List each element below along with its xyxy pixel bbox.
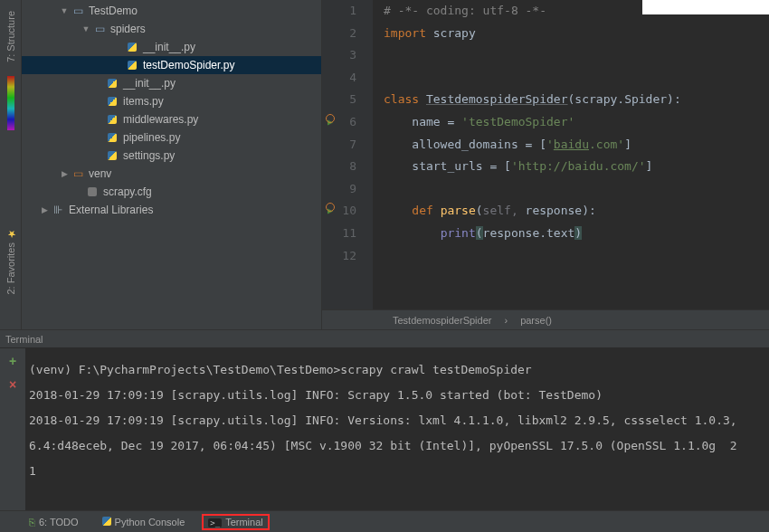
run-gutter-icon[interactable]: ▶	[328, 111, 333, 134]
tree-item-label: __init__.py	[123, 77, 176, 90]
line-number[interactable]: 9	[322, 178, 373, 201]
editor-code[interactable]: # -*- coding: utf-8 -*-import scrapyclas…	[373, 0, 769, 309]
editor-overlay	[642, 0, 769, 14]
tree-item-label: External Libraries	[69, 204, 153, 216]
tree-item-spiders[interactable]: ▼▭spiders	[22, 20, 321, 38]
tree-item-label: spiders	[110, 23, 146, 35]
terminal-side-toolbar: + ×	[0, 348, 25, 510]
line-number[interactable]: 4	[322, 67, 373, 90]
tree-item-__init__-py[interactable]: __init__.py	[22, 74, 321, 92]
tree-item-external-libraries[interactable]: ▶⊪External Libraries	[22, 201, 321, 219]
line-number[interactable]: 8	[322, 156, 373, 178]
tree-item-label: middlewares.py	[123, 113, 198, 126]
status-todo-label: 6: TODO	[39, 517, 79, 527]
status-todo[interactable]: 6: TODO	[24, 515, 84, 529]
status-python-console[interactable]: Python Console	[97, 515, 191, 529]
line-number[interactable]: 5	[322, 89, 373, 111]
code-line[interactable]: print(response.text)	[384, 223, 769, 245]
editor-gutter[interactable]: 12345▶6789▶101112	[322, 0, 373, 309]
terminal-output[interactable]: (venv) F:\PycharmProjects\TestDemo\TestD…	[25, 348, 769, 510]
run-gutter-icon[interactable]: ▶	[328, 200, 333, 223]
line-number[interactable]: ▶10	[322, 200, 373, 223]
tree-item-pipelines-py[interactable]: pipelines.py	[22, 128, 321, 147]
breadcrumb-class[interactable]: TestdemospiderSpider	[393, 315, 491, 326]
tree-item-label: __init__.py	[143, 41, 195, 53]
terminal-panel: Terminal + × (venv) F:\PycharmProjects\T…	[0, 329, 769, 510]
breadcrumb-method[interactable]: parse()	[520, 315, 552, 326]
todo-icon	[29, 517, 35, 527]
terminal-tab-label[interactable]: Terminal	[0, 330, 769, 348]
python-icon	[102, 517, 111, 527]
line-number[interactable]: 7	[322, 134, 373, 157]
status-terminal-label: Terminal	[225, 517, 263, 527]
expand-arrow-icon[interactable]: ▶	[38, 205, 51, 214]
terminal-close-button[interactable]: ×	[9, 377, 16, 392]
tree-item-label: venv	[89, 167, 111, 180]
code-line[interactable]: allowed_domains = ['baidu.com']	[384, 134, 769, 157]
tree-item-scrapy-cfg[interactable]: scrapy.cfg	[22, 183, 321, 201]
terminal-icon	[208, 517, 222, 527]
tree-item-label: items.py	[123, 95, 164, 108]
tree-item-items-py[interactable]: items.py	[22, 92, 321, 110]
tree-item-label: TestDemo	[89, 5, 138, 17]
terminal-new-session-button[interactable]: +	[9, 354, 16, 368]
expand-arrow-icon[interactable]: ▶	[58, 169, 71, 178]
tree-item-label: settings.py	[123, 149, 175, 162]
tree-item-middlewares-py[interactable]: middlewares.py	[22, 110, 321, 128]
tree-item-__init__-py[interactable]: __init__.py	[22, 38, 321, 56]
favorites-tool[interactable]: 2: Favorites	[3, 221, 18, 302]
line-number[interactable]: 11	[322, 223, 373, 245]
tree-item-label: pipelines.py	[123, 131, 180, 144]
code-line[interactable]: start_urls = ['http://baidu.com/']	[384, 156, 769, 178]
tree-item-settings-py[interactable]: settings.py	[22, 147, 321, 165]
line-number[interactable]: 12	[322, 245, 373, 268]
tree-item-testdemospider-py[interactable]: testDemoSpider.py	[22, 56, 321, 74]
code-line[interactable]: class TestdemospiderSpider(scrapy.Spider…	[384, 89, 769, 111]
left-tool-rail: 7: Structure 2: Favorites	[0, 0, 22, 329]
code-line[interactable]: def parse(self, response):	[384, 200, 769, 223]
code-line[interactable]	[384, 67, 769, 90]
project-tree-panel: ▼▭TestDemo▼▭spiders__init__.pytestDemoSp…	[22, 0, 322, 329]
tree-item-testdemo[interactable]: ▼▭TestDemo	[22, 2, 321, 20]
code-line[interactable]: import scrapy	[384, 23, 769, 45]
project-tree[interactable]: ▼▭TestDemo▼▭spiders__init__.pytestDemoSp…	[22, 0, 321, 329]
status-terminal[interactable]: Terminal	[203, 515, 268, 529]
line-number[interactable]: 3	[322, 44, 373, 67]
status-pyconsole-label: Python Console	[115, 517, 185, 527]
line-number[interactable]: ▶6	[322, 111, 373, 134]
code-line[interactable]: name = 'testDemoSpider'	[384, 111, 769, 134]
color-indicator	[7, 76, 14, 130]
code-line[interactable]	[384, 178, 769, 201]
editor-panel: 12345▶6789▶101112 # -*- coding: utf-8 -*…	[322, 0, 769, 329]
tree-item-label: testDemoSpider.py	[143, 59, 234, 71]
structure-tool[interactable]: 7: Structure	[4, 4, 18, 70]
line-number[interactable]: 2	[322, 23, 373, 45]
expand-arrow-icon[interactable]: ▼	[80, 24, 92, 33]
breadcrumb[interactable]: TestdemospiderSpider › parse()	[322, 309, 769, 329]
expand-arrow-icon[interactable]: ▼	[58, 6, 71, 15]
tree-item-venv[interactable]: ▶▭venv	[22, 165, 321, 183]
breadcrumb-sep: ›	[504, 315, 508, 326]
tree-item-label: scrapy.cfg	[103, 185, 152, 198]
line-number[interactable]: 1	[322, 0, 373, 23]
code-line[interactable]	[384, 44, 769, 67]
status-bar: 6: TODO Python Console Terminal	[0, 510, 769, 532]
code-line[interactable]	[384, 245, 769, 268]
